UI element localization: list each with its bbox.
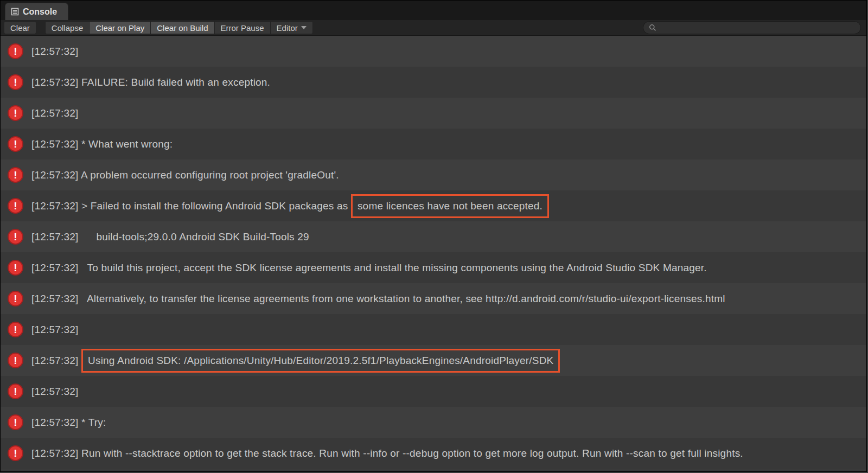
log-text: To build this project, accept the SDK li…: [79, 262, 707, 274]
error-pause-button[interactable]: Error Pause: [214, 21, 271, 34]
annotation-box: Using Android SDK: /Applications/Unity/H…: [81, 349, 560, 373]
console-log-row[interactable]: ! [12:57:32] FAILURE: Build failed with …: [1, 67, 866, 98]
error-icon: !: [8, 445, 23, 461]
search-icon: [649, 24, 656, 31]
log-message: [12:57:32] > Failed to install the follo…: [31, 194, 549, 218]
toolbar-toggle-group: Collapse Clear on Play Clear on Build Er…: [45, 21, 313, 34]
error-icon: !: [8, 43, 23, 59]
console-log-list: ! [12:57:32] ! [12:57:32] FAILURE: Build…: [1, 36, 866, 471]
log-message: [12:57:32]: [31, 107, 79, 119]
log-message: [12:57:32]: [31, 324, 79, 336]
console-log-row[interactable]: ! [12:57:32] > Failed to install the fol…: [1, 190, 866, 221]
log-time: [12:57:32]: [31, 138, 79, 150]
log-text: build-tools;29.0.0 Android SDK Build-Too…: [79, 231, 309, 243]
log-text: > Failed to install the following Androi…: [79, 200, 351, 212]
console-toolbar: Clear Collapse Clear on Play Clear on Bu…: [1, 20, 866, 36]
console-log-row[interactable]: ! [12:57:32] Alternatively, to transfer …: [1, 283, 866, 314]
clear-on-play-button[interactable]: Clear on Play: [89, 21, 151, 34]
error-icon: !: [8, 383, 23, 399]
error-icon: !: [8, 167, 23, 183]
log-time: [12:57:32]: [31, 293, 79, 305]
console-log-row[interactable]: ! [12:57:32] To build this project, acce…: [1, 252, 866, 283]
console-log-row[interactable]: ! [12:57:32]: [1, 98, 866, 129]
log-text: * Try:: [79, 417, 106, 429]
console-log-row[interactable]: ! [12:57:32] Using Android SDK: /Applica…: [1, 345, 866, 376]
console-log-row[interactable]: ! [12:57:32]: [1, 376, 866, 407]
log-time: [12:57:32]: [31, 324, 79, 336]
log-message: [12:57:32] A problem occurred configurin…: [31, 169, 339, 181]
console-list-icon: [11, 8, 19, 16]
search-field[interactable]: [643, 21, 861, 34]
log-time: [12:57:32]: [31, 262, 79, 274]
log-message: [12:57:32] * What went wrong:: [31, 138, 173, 150]
chevron-down-icon: [301, 26, 307, 29]
log-time: [12:57:32]: [31, 355, 79, 367]
log-message: [12:57:32] To build this project, accept…: [31, 262, 707, 274]
log-time: [12:57:32]: [31, 107, 79, 119]
error-icon: !: [8, 414, 23, 430]
editor-dropdown[interactable]: Editor: [270, 21, 313, 34]
clear-on-build-button[interactable]: Clear on Build: [150, 21, 214, 34]
log-time: [12:57:32]: [31, 200, 79, 212]
error-icon: !: [8, 260, 23, 276]
editor-dropdown-label: Editor: [277, 23, 298, 33]
annotation-box: some licences have not been accepted.: [351, 194, 549, 218]
error-icon: !: [8, 353, 23, 368]
error-icon: !: [8, 322, 23, 337]
log-message: [12:57:32] * Try:: [31, 417, 106, 429]
log-time: [12:57:32]: [31, 169, 79, 181]
console-window: Console Clear Collapse Clear on Play Cle…: [0, 0, 867, 472]
tab-label: Console: [23, 7, 57, 17]
log-time: [12:57:32]: [31, 417, 79, 429]
log-time: [12:57:32]: [31, 76, 79, 88]
console-log-row[interactable]: ! [12:57:32] * What went wrong:: [1, 129, 866, 159]
collapse-button[interactable]: Collapse: [45, 21, 90, 34]
log-message: [12:57:32] Run with --stacktrace option …: [31, 448, 743, 459]
console-log-row[interactable]: ! [12:57:32] build-tools;29.0.0 Android …: [1, 221, 866, 252]
console-log-row[interactable]: ! [12:57:32] Run with --stacktrace optio…: [1, 438, 866, 469]
log-message: [12:57:32] Using Android SDK: /Applicati…: [31, 349, 560, 373]
log-time: [12:57:32]: [31, 386, 79, 398]
clear-button[interactable]: Clear: [4, 21, 36, 34]
error-icon: !: [8, 105, 23, 121]
log-text: * What went wrong:: [79, 138, 173, 150]
log-time: [12:57:32]: [31, 448, 79, 459]
console-log-row[interactable]: ! [12:57:32] A problem occurred configur…: [1, 159, 866, 190]
error-icon: !: [8, 74, 23, 90]
log-text: Run with --stacktrace option to get the …: [79, 448, 743, 459]
log-text: A problem occurred configuring root proj…: [79, 169, 339, 181]
error-icon: !: [8, 136, 23, 152]
console-log-row[interactable]: ! [12:57:32]: [1, 314, 866, 345]
error-icon: !: [8, 291, 23, 306]
log-message: [12:57:32] FAILURE: Build failed with an…: [31, 76, 270, 88]
console-log-row[interactable]: ! [12:57:32]: [1, 36, 866, 67]
log-message: [12:57:32] build-tools;29.0.0 Android SD…: [31, 231, 309, 243]
error-icon: !: [8, 198, 23, 214]
tab-console[interactable]: Console: [5, 3, 68, 20]
log-text: FAILURE: Build failed with an exception.: [79, 76, 271, 88]
log-time: [12:57:32]: [31, 231, 79, 243]
log-message: [12:57:32]: [31, 46, 79, 57]
log-text: Alternatively, to transfer the license a…: [79, 293, 725, 305]
log-message: [12:57:32] Alternatively, to transfer th…: [31, 293, 725, 305]
console-log-row[interactable]: ! [12:57:32] * Try:: [1, 407, 866, 438]
log-message: [12:57:32]: [31, 386, 79, 398]
error-icon: !: [8, 229, 23, 245]
search-input[interactable]: [660, 23, 855, 33]
tab-bar: Console: [1, 1, 866, 20]
log-time: [12:57:32]: [31, 46, 79, 57]
